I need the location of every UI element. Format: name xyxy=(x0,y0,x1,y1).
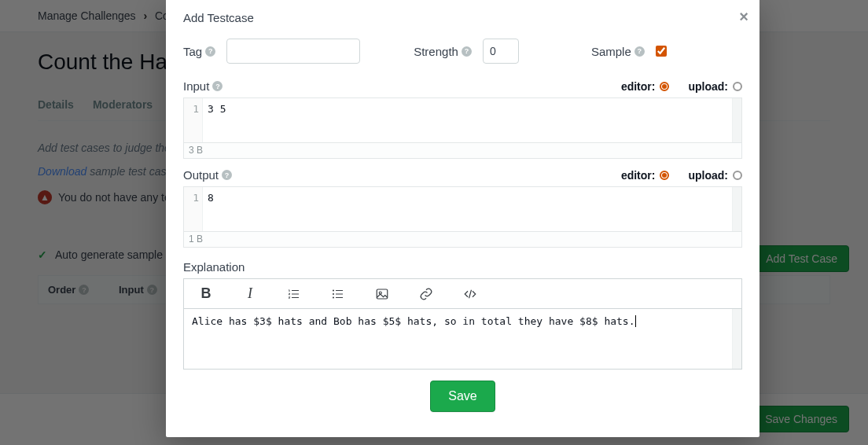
output-editor[interactable]: 1 8 xyxy=(183,186,742,232)
input-upload-radio[interactable] xyxy=(733,82,742,91)
input-editor-code[interactable]: 3 5 xyxy=(203,98,730,142)
svg-point-2 xyxy=(333,296,334,298)
input-editor-radio[interactable] xyxy=(660,82,669,91)
help-icon[interactable]: ? xyxy=(462,46,472,57)
sample-label-text: Sample xyxy=(591,45,631,58)
explanation-editor[interactable]: Alice has $3$ hats and Bob has $5$ hats,… xyxy=(183,308,742,370)
text-cursor xyxy=(635,315,636,327)
close-icon[interactable]: × xyxy=(739,8,748,26)
input-label: Input ? xyxy=(183,79,223,93)
output-label-text: Output xyxy=(183,168,219,182)
explanation-label: Explanation xyxy=(183,260,742,274)
line-number: 1 xyxy=(193,103,199,115)
input-editor-radio-label[interactable]: editor: xyxy=(621,80,670,93)
output-upload-radio-label[interactable]: upload: xyxy=(688,169,742,182)
italic-icon[interactable]: I xyxy=(242,285,258,302)
output-source-radios: editor: upload: xyxy=(621,169,742,182)
output-editor-code[interactable]: 8 xyxy=(203,187,730,231)
editor-radio-text: editor: xyxy=(621,169,656,182)
input-source-radios: editor: upload: xyxy=(621,80,742,93)
output-label: Output ? xyxy=(183,168,232,182)
editor-radio-text: editor: xyxy=(621,80,656,93)
link-icon[interactable] xyxy=(418,287,434,301)
help-icon[interactable]: ? xyxy=(222,170,232,180)
unordered-list-icon[interactable] xyxy=(330,287,346,301)
upload-radio-text: upload: xyxy=(688,169,728,182)
help-icon[interactable]: ? xyxy=(205,46,215,57)
modal-footer: Save xyxy=(183,381,742,412)
help-icon[interactable]: ? xyxy=(212,81,223,91)
explanation-toolbar: B I xyxy=(183,278,742,308)
input-upload-radio-label[interactable]: upload: xyxy=(688,80,742,93)
tag-label: Tag ? xyxy=(183,45,215,58)
explanation-scrollbar[interactable] xyxy=(732,309,741,369)
modal-top-row: Tag ? Strength ? Sample ? xyxy=(183,39,742,64)
strength-input[interactable] xyxy=(483,39,519,64)
strength-label-text: Strength xyxy=(414,45,458,58)
sample-checkbox[interactable] xyxy=(656,46,667,57)
bold-icon[interactable]: B xyxy=(198,285,214,302)
ordered-list-icon[interactable] xyxy=(286,287,302,301)
code-icon[interactable] xyxy=(462,287,478,301)
output-editor-radio-label[interactable]: editor: xyxy=(621,169,670,182)
output-size: 1 B xyxy=(183,232,742,248)
upload-radio-text: upload: xyxy=(688,80,728,93)
input-label-text: Input xyxy=(183,79,209,93)
input-section-header: Input ? editor: upload: xyxy=(183,79,742,93)
image-icon[interactable] xyxy=(374,287,390,301)
output-editor-scrollbar[interactable] xyxy=(732,187,741,231)
output-section-header: Output ? editor: upload: xyxy=(183,168,742,182)
save-button[interactable]: Save xyxy=(430,381,495,412)
strength-label: Strength ? xyxy=(414,45,472,58)
explanation-text[interactable]: Alice has $3$ hats and Bob has $5$ hats,… xyxy=(192,315,635,327)
output-upload-radio[interactable] xyxy=(733,171,742,180)
modal-title: Add Testcase xyxy=(183,11,742,24)
output-editor-radio[interactable] xyxy=(660,171,669,180)
sample-label: Sample ? xyxy=(591,45,645,58)
help-icon[interactable]: ? xyxy=(634,46,645,57)
input-editor[interactable]: 1 3 5 xyxy=(183,97,742,143)
svg-point-1 xyxy=(333,292,334,294)
svg-point-0 xyxy=(333,289,334,291)
tag-label-text: Tag xyxy=(183,45,202,58)
line-number: 1 xyxy=(193,192,199,204)
output-editor-gutter: 1 xyxy=(184,187,203,231)
add-testcase-modal: Add Testcase × Tag ? Strength ? Sample ?… xyxy=(166,0,760,437)
svg-rect-3 xyxy=(377,289,388,299)
input-editor-scrollbar[interactable] xyxy=(732,98,741,142)
input-size: 3 B xyxy=(183,143,742,159)
tag-input[interactable] xyxy=(226,39,360,64)
input-editor-gutter: 1 xyxy=(184,98,203,142)
